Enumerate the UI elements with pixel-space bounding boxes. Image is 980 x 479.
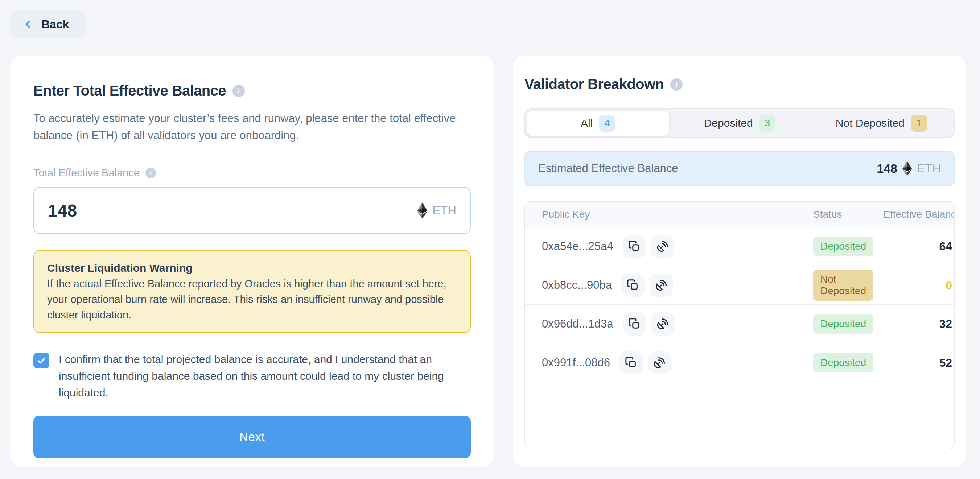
estimated-balance-value: 148: [877, 162, 897, 176]
beacon-explorer-icon: [656, 317, 669, 330]
public-key: 0x96dd...1d3a: [542, 317, 613, 330]
checkmark-icon: [36, 355, 46, 366]
table-row: 0x96dd...1d3a Deposited 32 ETH: [525, 305, 954, 344]
copy-button[interactable]: [619, 351, 643, 374]
panel-description: To accurately estimate your cluster’s fe…: [33, 110, 471, 144]
status-badge: Not Deposited: [813, 270, 873, 301]
copy-button[interactable]: [623, 312, 646, 336]
input-label: Total Effective Balance: [33, 167, 140, 179]
copy-icon: [628, 318, 641, 330]
copy-icon: [627, 279, 639, 291]
public-key: 0xa54e...25a4: [542, 240, 613, 253]
column-header-public-key: Public Key: [542, 209, 813, 220]
chevron-left-icon: [22, 19, 33, 30]
input-unit-label: ETH: [432, 204, 456, 217]
balance-value: 64: [939, 240, 953, 253]
estimated-effective-balance-row: Estimated Effective Balance 148 ETH: [525, 151, 955, 186]
beacon-explorer-icon: [653, 356, 666, 369]
tab-count-badge: 1: [911, 115, 927, 132]
table-header: Public Key Status Effective Balance: [525, 202, 954, 227]
status-badge: Deposited: [813, 314, 873, 334]
info-icon[interactable]: i: [670, 78, 682, 90]
estimated-balance-label: Estimated Effective Balance: [538, 162, 678, 175]
validator-breakdown-panel: Validator Breakdown i All 4 Deposited 3 …: [513, 56, 966, 467]
validator-tabs: All 4 Deposited 3 Not Deposited 1: [525, 108, 955, 138]
copy-button[interactable]: [621, 274, 644, 297]
tab-label: All: [581, 117, 593, 129]
column-header-effective-balance: Effective Balance: [842, 209, 955, 220]
warning-title: Cluster Liquidation Warning: [47, 260, 457, 276]
balance-value: 0: [945, 279, 952, 292]
tab-count-badge: 4: [599, 115, 615, 132]
explorer-button[interactable]: [648, 351, 671, 374]
eth-icon: [902, 161, 912, 176]
liquidation-warning: Cluster Liquidation Warning If the actua…: [33, 250, 471, 333]
total-effective-balance-field: ETH: [33, 187, 471, 234]
page-title: Enter Total Effective Balance: [33, 82, 226, 99]
status-badge: Deposited: [813, 353, 873, 373]
copy-icon: [625, 357, 637, 369]
balance-value: 32: [939, 317, 953, 331]
effective-balance-panel: Enter Total Effective Balance i To accur…: [10, 56, 494, 467]
tab-label: Deposited: [704, 117, 753, 129]
back-label: Back: [41, 18, 69, 31]
estimated-balance-unit: ETH: [917, 162, 941, 175]
table-row: 0xa54e...25a4 Deposited 64 ETH: [525, 227, 954, 266]
table-row: 0xb8cc...90ba Not Deposited 0 ETH: [525, 266, 954, 305]
warning-body: If the actual Effective Balance reported…: [47, 276, 457, 323]
table-row: 0x991f...08d6 Deposited 52 ETH: [525, 344, 954, 382]
next-button[interactable]: Next: [33, 416, 471, 458]
tab-deposited[interactable]: Deposited 3: [669, 111, 811, 135]
eth-icon: [417, 202, 427, 219]
confirm-label: I confirm that the total projected balan…: [59, 351, 471, 401]
page: Back Enter Total Effective Balance i To …: [0, 0, 980, 479]
explorer-button[interactable]: [651, 235, 674, 258]
tab-count-badge: 3: [759, 115, 775, 132]
explorer-button[interactable]: [651, 312, 674, 336]
tab-all[interactable]: All 4: [527, 111, 669, 135]
confirm-checkbox[interactable]: [33, 352, 49, 368]
balance-value: 52: [939, 356, 953, 370]
validator-table: Public Key Status Effective Balance 0xa5…: [525, 201, 955, 449]
public-key: 0x991f...08d6: [542, 356, 610, 369]
total-effective-balance-input[interactable]: [48, 201, 417, 220]
tab-not-deposited[interactable]: Not Deposited 1: [810, 111, 952, 135]
info-icon[interactable]: i: [232, 85, 245, 97]
info-icon[interactable]: i: [145, 168, 156, 178]
back-button[interactable]: Back: [10, 10, 85, 38]
panel-title: Validator Breakdown: [525, 76, 664, 92]
copy-icon: [628, 240, 641, 252]
beacon-explorer-icon: [656, 240, 669, 253]
tab-label: Not Deposited: [836, 117, 905, 129]
public-key: 0xb8cc...90ba: [542, 279, 612, 292]
status-badge: Deposited: [813, 236, 873, 256]
copy-button[interactable]: [623, 235, 646, 258]
explorer-button[interactable]: [649, 274, 673, 297]
beacon-explorer-icon: [655, 279, 668, 292]
column-header-status: Status: [813, 209, 842, 220]
